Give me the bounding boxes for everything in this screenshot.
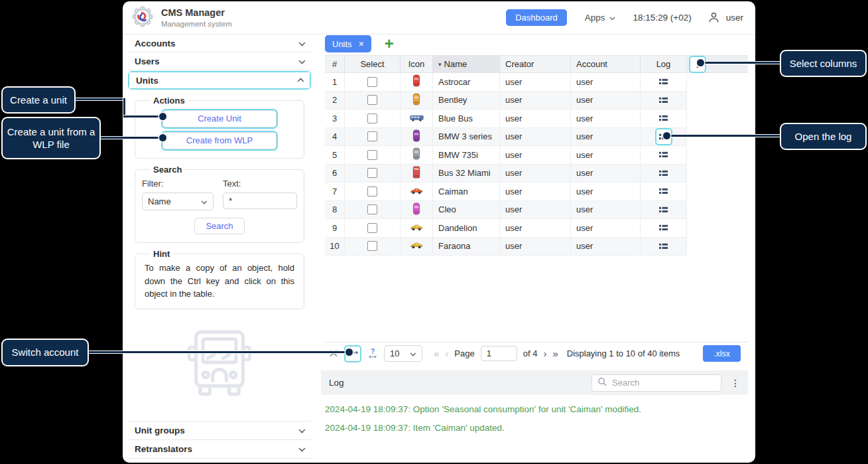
row-creator: user xyxy=(500,238,571,256)
open-log-button[interactable] xyxy=(659,97,668,104)
open-log-button[interactable] xyxy=(659,78,668,85)
page-size-value: 10 xyxy=(390,348,399,358)
sidebar-item-accounts[interactable]: Accounts xyxy=(128,35,311,52)
close-icon[interactable]: × xyxy=(359,39,364,48)
first-page-icon[interactable]: « xyxy=(434,348,439,359)
callout-switch-account: Switch account xyxy=(1,339,89,366)
chevron-up-icon xyxy=(297,76,304,86)
column-header-icon[interactable]: Icon xyxy=(401,56,433,72)
column-header-name[interactable]: ▾ Name xyxy=(433,56,500,72)
row-account: user xyxy=(571,128,641,146)
callout-line xyxy=(99,137,160,139)
row-checkbox[interactable] xyxy=(367,223,377,233)
unit-name: Caiman xyxy=(433,183,500,200)
prev-page-icon[interactable]: ‹ xyxy=(445,348,448,359)
filter-select[interactable]: Name xyxy=(142,193,214,210)
callout-line xyxy=(123,116,160,117)
page-label: Page xyxy=(454,348,474,358)
row-checkbox[interactable] xyxy=(367,204,377,214)
sidebar-item-units[interactable]: Units xyxy=(129,72,310,88)
table-row[interactable]: 6 Bus 32 Miami user user xyxy=(325,165,687,183)
table-row[interactable]: 3 Blue Bus user user xyxy=(325,110,687,128)
table-row[interactable]: 8 Cleo user user xyxy=(325,201,687,220)
table-row[interactable]: 4 BMW 3 series user user xyxy=(325,128,687,147)
next-page-icon[interactable]: › xyxy=(543,348,546,359)
clear-selection-icon[interactable] xyxy=(329,348,338,360)
log-cell xyxy=(641,238,687,256)
table-row[interactable]: 1 Astrocar user user xyxy=(325,73,687,92)
open-log-button[interactable] xyxy=(659,243,668,250)
row-account: user xyxy=(571,110,641,127)
open-log-button[interactable] xyxy=(659,188,668,194)
row-checkbox[interactable] xyxy=(367,187,377,196)
log-menu-kebab-icon[interactable]: ⋮ xyxy=(731,378,740,388)
row-checkbox[interactable] xyxy=(367,241,377,251)
row-checkbox[interactable] xyxy=(367,77,377,87)
open-log-button[interactable] xyxy=(659,170,668,177)
export-xlsx-button[interactable]: .xlsx xyxy=(703,345,741,362)
row-checkbox[interactable] xyxy=(367,168,377,178)
row-account: user xyxy=(571,165,641,183)
search-text-input[interactable] xyxy=(223,193,297,209)
row-number: 6 xyxy=(325,165,345,183)
open-log-button[interactable] xyxy=(659,115,668,121)
sidebar-item-users[interactable]: Users xyxy=(128,52,311,70)
open-log-button[interactable] xyxy=(659,224,668,231)
hint-text: To make a copy of an object, hold down t… xyxy=(142,262,297,301)
row-number: 4 xyxy=(325,128,345,146)
callout-line xyxy=(670,135,780,137)
log-icon xyxy=(659,206,668,213)
unit-name: Cleo xyxy=(433,201,500,219)
search-legend: Search xyxy=(150,165,185,175)
log-entry: 2024-04-19 18:09:37: Item 'Caiman' updat… xyxy=(325,419,748,437)
column-header-select[interactable]: Select xyxy=(345,56,401,72)
row-number: 8 xyxy=(325,201,345,219)
log-search-box[interactable] xyxy=(591,374,721,392)
row-checkbox[interactable] xyxy=(367,150,377,160)
create-from-wlp-button[interactable]: Create from WLP xyxy=(162,132,277,149)
main-area: Units × + # Select Icon ▾ Name Creator A… xyxy=(321,1,748,463)
chevron-down-icon xyxy=(298,444,306,454)
unit-icon xyxy=(412,93,421,108)
unit-icon xyxy=(412,166,420,181)
column-header-num[interactable]: # xyxy=(325,56,345,72)
log-search-input[interactable] xyxy=(611,377,715,388)
sidebar-item-retranslators[interactable]: Retranslators xyxy=(128,439,311,459)
log-icon xyxy=(659,115,668,121)
table-row[interactable]: 7 Caiman user user xyxy=(325,183,687,201)
tab-units[interactable]: Units × xyxy=(325,35,371,52)
row-checkbox[interactable] xyxy=(367,114,377,123)
open-log-button[interactable] xyxy=(659,206,668,213)
row-checkbox[interactable] xyxy=(367,95,377,105)
log-cell xyxy=(641,92,687,110)
column-header-creator[interactable]: Creator xyxy=(500,56,571,72)
row-creator: user xyxy=(500,146,571,164)
page-size-select[interactable]: 10 xyxy=(384,345,422,362)
page-input[interactable] xyxy=(481,346,517,361)
row-account: user xyxy=(571,201,641,219)
row-checkbox[interactable] xyxy=(367,131,377,141)
row-creator: user xyxy=(500,219,571,237)
log-cell xyxy=(641,165,687,183)
column-header-log[interactable]: Log xyxy=(641,56,687,72)
table-row[interactable]: 5 BMW 735i user user xyxy=(325,146,687,165)
transfer-units-icon[interactable]: ? xyxy=(367,348,378,359)
page-count: of 4 xyxy=(523,348,538,358)
row-number: 5 xyxy=(325,146,345,164)
sidebar-item-label: Accounts xyxy=(135,39,176,48)
filter-select-value: Name xyxy=(148,196,171,206)
table-row[interactable]: 10 Faraona user user xyxy=(325,238,687,256)
table-row[interactable]: 9 Dandelion user user xyxy=(325,219,687,238)
sidebar-item-unit-groups[interactable]: Unit groups xyxy=(128,421,311,439)
add-tab-icon[interactable]: + xyxy=(385,37,394,51)
column-header-account[interactable]: Account xyxy=(571,56,641,72)
search-button[interactable]: Search xyxy=(194,218,245,234)
open-log-button[interactable] xyxy=(659,151,668,158)
table-row[interactable]: 2 Bentley user user xyxy=(325,92,687,110)
callout-dot xyxy=(345,348,353,356)
create-unit-button[interactable]: Create Unit xyxy=(162,110,277,127)
unit-name: Bus 32 Miami xyxy=(433,165,500,183)
callout-select-columns: Select columns xyxy=(780,50,867,77)
last-page-icon[interactable]: » xyxy=(552,348,558,359)
log-cell xyxy=(641,219,687,237)
